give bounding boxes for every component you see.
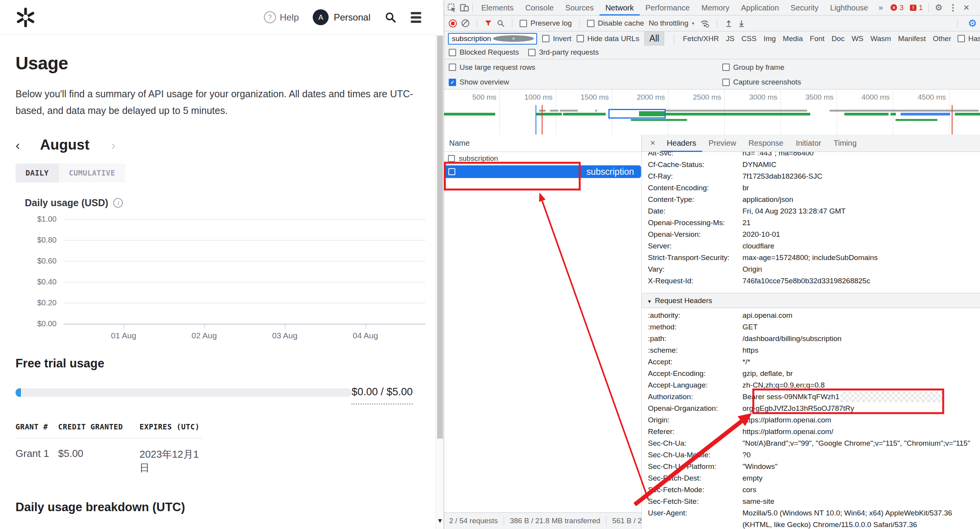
filter-input[interactable]: subscription × — [448, 33, 537, 45]
devtools-tab-performance[interactable]: Performance — [640, 0, 696, 16]
disclosure-triangle-icon: ▼ — [647, 299, 652, 304]
blocked-cookies-checkbox[interactable]: Has blocked cookies — [958, 34, 980, 43]
detail-tab-timing[interactable]: Timing — [827, 134, 863, 152]
info-icon[interactable]: i — [113, 198, 123, 208]
checkbox[interactable] — [449, 49, 456, 56]
checkbox[interactable] — [722, 64, 730, 71]
devtools-tab-security[interactable]: Security — [785, 0, 824, 16]
more-tabs-icon[interactable]: » — [874, 3, 887, 12]
checkbox-checked[interactable]: ✓ — [449, 79, 456, 86]
third-party-checkbox[interactable]: 3rd-party requests — [528, 48, 599, 57]
checkbox[interactable] — [542, 35, 549, 42]
devtools-tab-sources[interactable]: Sources — [560, 0, 599, 16]
blocked-requests-checkbox[interactable]: Blocked Requests — [449, 48, 519, 57]
header-value: Fri, 04 Aug 2023 13:28:47 GMT — [742, 205, 980, 217]
export-har-icon[interactable] — [737, 19, 746, 28]
filter-type-fetchxhr[interactable]: Fetch/XHR — [683, 34, 719, 43]
filter-icon[interactable] — [484, 19, 492, 27]
group-by-frame-checkbox[interactable]: Group by frame — [722, 63, 784, 72]
devtools-tab-console[interactable]: Console — [519, 0, 559, 16]
account-menu[interactable]: A Personal — [313, 9, 370, 25]
name-column-header[interactable]: Name — [444, 134, 641, 152]
capture-screenshots-checkbox[interactable]: Capture screenshots — [722, 78, 801, 86]
close-devtools-icon[interactable]: × — [960, 2, 972, 14]
overview-selection-box[interactable] — [608, 109, 666, 119]
network-conditions-icon[interactable] — [699, 19, 710, 28]
help-button[interactable]: ? Help — [264, 11, 299, 23]
more-options-icon[interactable]: ⋮ — [946, 3, 960, 13]
preserve-log-checkbox[interactable]: Preserve log — [520, 19, 572, 28]
search-network-icon[interactable] — [497, 19, 505, 27]
filter-type-ws[interactable]: WS — [852, 34, 864, 43]
devtools-tab-network[interactable]: Network — [599, 0, 639, 16]
scrollbar-thumb[interactable] — [437, 36, 443, 439]
page-title: Usage — [16, 53, 444, 74]
device-toolbar-icon[interactable] — [460, 3, 470, 12]
request-row-subscription[interactable]: subscription — [444, 152, 641, 165]
devtools-tab-lighthouse[interactable]: Lighthouse — [824, 0, 874, 16]
filter-type-wasm[interactable]: Wasm — [870, 34, 891, 43]
checkbox[interactable] — [520, 20, 527, 27]
network-overview-timeline[interactable]: 500 ms1000 ms1500 ms2000 ms2500 ms3000 m… — [444, 90, 980, 135]
menu-icon[interactable] — [411, 12, 421, 23]
header-row: Referer:https://platform.openai.com/ — [648, 426, 980, 438]
record-icon[interactable] — [449, 19, 457, 28]
request-row-subscription[interactable]: subscription — [444, 165, 641, 178]
request-headers-section[interactable]: ▼Request Headers — [642, 293, 980, 308]
import-har-icon[interactable] — [725, 19, 733, 28]
filter-type-all[interactable]: All — [644, 31, 665, 46]
filter-type-doc[interactable]: Doc — [832, 34, 845, 43]
errors-badge[interactable]: × 3 — [890, 3, 904, 12]
clear-filter-icon[interactable]: × — [493, 35, 534, 42]
clear-icon[interactable] — [462, 19, 469, 27]
filter-type-other[interactable]: Other — [933, 34, 951, 43]
next-month-icon[interactable]: › — [111, 138, 115, 153]
filter-type-css[interactable]: CSS — [741, 34, 756, 43]
overview-request-bar — [955, 113, 980, 115]
checkbox[interactable] — [528, 49, 536, 56]
hide-data-urls-checkbox[interactable]: Hide data URLs — [577, 34, 639, 43]
filter-type-manifest[interactable]: Manifest — [898, 34, 926, 43]
checkbox[interactable] — [577, 35, 584, 42]
checkbox[interactable] — [587, 20, 594, 27]
devtools-tab-elements[interactable]: Elements — [475, 0, 519, 16]
tab-daily[interactable]: DAILY — [16, 164, 59, 183]
page-scrollbar[interactable]: ▼ — [436, 34, 444, 529]
header-value: 21 — [742, 217, 980, 229]
filter-type-font[interactable]: Font — [810, 34, 825, 43]
col-credit: CREDIT GRANTED — [58, 422, 140, 431]
extension-gear-icon[interactable]: ⚙ — [965, 17, 980, 29]
checkbox[interactable] — [449, 64, 456, 71]
disable-cache-checkbox[interactable]: Disable cache — [587, 19, 644, 28]
scroll-down-button[interactable]: ▼ — [436, 512, 444, 529]
settings-icon[interactable]: ⚙ — [932, 3, 946, 13]
header-name: Vary: — [648, 264, 742, 275]
devtools-tab-application[interactable]: Application — [735, 0, 785, 16]
invert-checkbox[interactable]: Invert — [542, 34, 572, 43]
filter-type-media[interactable]: Media — [783, 34, 803, 43]
checkbox[interactable] — [448, 168, 455, 175]
openai-logo[interactable] — [16, 7, 36, 28]
detail-tab-initiator[interactable]: Initiator — [790, 134, 828, 152]
devtools-tab-memory[interactable]: Memory — [696, 0, 735, 16]
detail-tab-response[interactable]: Response — [742, 134, 790, 152]
close-detail-icon[interactable]: × — [645, 138, 661, 148]
search-icon[interactable] — [384, 11, 397, 24]
checkbox[interactable] — [448, 155, 455, 162]
filter-type-js[interactable]: JS — [726, 34, 734, 43]
header-row: :method:GET — [648, 321, 980, 333]
tab-cumulative[interactable]: CUMULATIVE — [59, 164, 125, 183]
show-overview-checkbox[interactable]: ✓ Show overview — [449, 78, 509, 86]
prev-month-icon[interactable]: ‹ — [16, 138, 20, 153]
checkbox[interactable] — [958, 35, 965, 42]
checkbox[interactable] — [722, 79, 730, 86]
header-name: Date: — [648, 205, 742, 217]
filter-type-img[interactable]: Img — [763, 34, 776, 43]
inspect-icon[interactable] — [447, 3, 456, 12]
detail-tab-preview[interactable]: Preview — [702, 134, 742, 152]
detail-tab-headers[interactable]: Headers — [661, 134, 703, 152]
overview-request-bar — [830, 110, 979, 112]
issues-badge[interactable]: ! 1 — [910, 3, 923, 12]
throttling-select[interactable]: No throttling ▼ — [649, 19, 695, 28]
large-rows-checkbox[interactable]: Use large request rows — [449, 63, 535, 72]
